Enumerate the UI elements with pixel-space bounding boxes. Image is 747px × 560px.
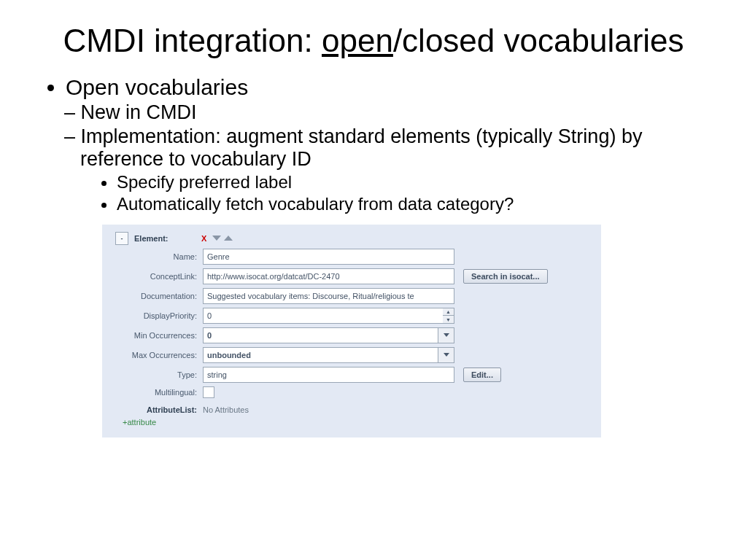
priority-up-icon[interactable]: ▲ [443,308,454,316]
search-isocat-button[interactable]: Search in isocat... [463,269,548,284]
priority-down-icon[interactable]: ▼ [443,316,454,323]
bullet-l3b: Automatically fetch vocabulary from data… [117,194,703,214]
max-occurrences-label: Max Occurrences: [111,351,203,359]
type-input[interactable] [203,367,454,383]
min-occurrences-dropdown-icon[interactable] [438,327,454,343]
bullet-l2a: New in CMDI [80,101,703,124]
element-heading: Element: [134,234,168,243]
documentation-input[interactable] [203,288,454,304]
documentation-label: Documentation: [111,292,203,300]
delete-icon[interactable]: X [201,234,206,243]
bullet-l3a: Specify preferred label [117,172,703,192]
bullet-l2b: Implementation: augment standard element… [80,125,703,214]
multilingual-checkbox[interactable] [203,386,214,398]
name-input[interactable] [203,249,454,265]
bullet-l2b-text: Implementation: augment standard element… [80,125,642,170]
type-label: Type: [111,370,203,379]
bullet-l1: Open vocabularies New in CMDI Implementa… [66,75,703,214]
conceptlink-input[interactable] [203,268,454,284]
title-underlined: open [322,23,393,58]
bullet-l1-text: Open vocabularies [66,75,248,99]
displaypriority-input[interactable] [203,308,443,324]
title-post: /closed vocabularies [393,23,684,58]
bullet-list: Open vocabularies New in CMDI Implementa… [44,75,703,214]
attributelist-label: AttributeList: [111,405,203,414]
slide-title: CMDI integration: open/closed vocabulari… [44,22,703,61]
edit-type-button[interactable]: Edit... [463,368,501,382]
conceptlink-label: ConceptLink: [111,272,203,281]
max-occurrences-input[interactable] [203,347,438,363]
move-up-icon[interactable] [224,236,233,241]
element-form-panel: - Element: X Name: ConceptLink: Search i… [102,225,601,438]
max-occurrences-dropdown-icon[interactable] [438,347,454,363]
title-pre: CMDI integration: [63,23,322,58]
name-label: Name: [111,252,203,261]
collapse-button[interactable]: - [115,232,128,245]
displaypriority-label: DisplayPriority: [111,311,203,320]
move-down-icon[interactable] [212,236,221,241]
min-occurrences-input[interactable] [203,327,438,343]
no-attributes-text: No Attributes [203,405,454,414]
add-attribute-link[interactable]: +attribute [123,418,156,427]
element-header-row: - Element: X [111,232,592,245]
min-occurrences-label: Min Occurrences: [111,331,203,340]
multilingual-label: Multilingual: [111,388,203,397]
